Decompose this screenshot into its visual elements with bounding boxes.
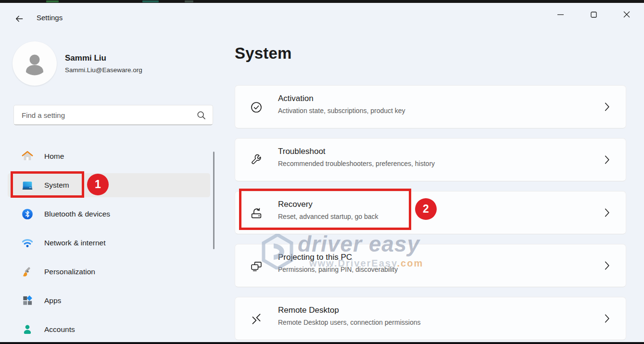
minimize-button[interactable] [549, 6, 571, 23]
apps-icon [21, 294, 34, 307]
card-title: Projecting to this PC [278, 253, 352, 262]
annotation-badge-step2: 2 [415, 198, 437, 220]
search-box[interactable] [13, 105, 213, 125]
chevron-right-icon [604, 154, 610, 167]
titlebar: Settings [0, 3, 644, 31]
chevron-right-icon [604, 102, 610, 114]
sidebar-item-personalization[interactable]: Personalization [8, 260, 215, 284]
remote-desktop-icon [250, 312, 263, 326]
back-arrow-icon [14, 14, 24, 24]
settings-card-activation[interactable]: Activation Activation state, subscriptio… [235, 85, 626, 128]
close-button[interactable] [616, 6, 638, 23]
settings-card-remote-desktop[interactable]: Remote Desktop Remote Desktop users, con… [235, 297, 626, 340]
avatar [13, 41, 57, 86]
card-title: Remote Desktop [278, 306, 339, 315]
personalization-brush-icon [21, 266, 34, 278]
person-icon [21, 50, 48, 77]
card-subtitle: Remote Desktop users, connection permiss… [278, 319, 420, 326]
maximize-icon [591, 12, 597, 18]
window-title: Settings [37, 13, 63, 22]
card-subtitle: Activation state, subscriptions, product… [278, 107, 405, 115]
activation-check-icon [250, 101, 263, 114]
sidebar-item-label: Personalization [44, 268, 95, 276]
sidebar-item-label: Network & internet [44, 239, 106, 247]
sidebar-item-label: Bluetooth & devices [44, 210, 110, 218]
settings-card-projecting[interactable]: Projecting to this PC Permissions, pairi… [235, 244, 626, 287]
back-button[interactable] [11, 11, 28, 27]
search-input[interactable] [22, 105, 195, 125]
sidebar-scrollbar[interactable] [213, 152, 215, 249]
home-icon [21, 150, 34, 163]
strip-speck [142, 0, 159, 2]
wrench-icon [250, 153, 263, 167]
settings-card-troubleshoot[interactable]: Troubleshoot Recommended troubleshooters… [235, 138, 626, 181]
card-subtitle: Permissions, pairing PIN, discoverabilit… [278, 266, 398, 273]
page-title: System [235, 44, 292, 63]
sidebar-item-network-internet[interactable]: Network & internet [8, 231, 215, 255]
chevron-right-icon [604, 207, 610, 220]
profile-email: Sammi.Liu@Easeware.org [65, 66, 142, 74]
profile-name: Sammi Liu [65, 53, 106, 63]
sidebar-item-home[interactable]: Home [8, 144, 215, 168]
bluetooth-icon [21, 208, 34, 220]
user-profile[interactable]: Sammi Liu Sammi.Liu@Easeware.org [13, 41, 215, 87]
projecting-icon [250, 259, 263, 273]
annotation-box-step1 [11, 171, 84, 198]
strip-speck [46, 0, 59, 2]
strip-speck [185, 0, 193, 2]
close-icon [623, 11, 630, 18]
sidebar-item-label: Apps [44, 296, 61, 305]
maximize-button[interactable] [582, 6, 605, 23]
card-title: Activation [278, 94, 314, 103]
accounts-icon [21, 323, 34, 336]
chevron-right-icon [604, 313, 610, 326]
annotation-badge-step1: 1 [87, 174, 109, 195]
network-wifi-icon [21, 237, 34, 249]
search-icon[interactable] [197, 111, 206, 122]
sidebar-item-accounts[interactable]: Accounts [8, 318, 215, 342]
chevron-right-icon [604, 260, 610, 273]
sidebar-item-apps[interactable]: Apps [8, 289, 215, 313]
card-subtitle: Recommended troubleshooters, preferences… [278, 160, 435, 167]
sidebar-item-label: Accounts [44, 325, 75, 334]
sidebar-item-label: Home [44, 152, 64, 161]
card-title: Troubleshoot [278, 147, 326, 156]
annotation-box-step2 [239, 189, 411, 230]
minimize-icon [557, 12, 564, 18]
sidebar-item-bluetooth-devices[interactable]: Bluetooth & devices [8, 202, 215, 226]
